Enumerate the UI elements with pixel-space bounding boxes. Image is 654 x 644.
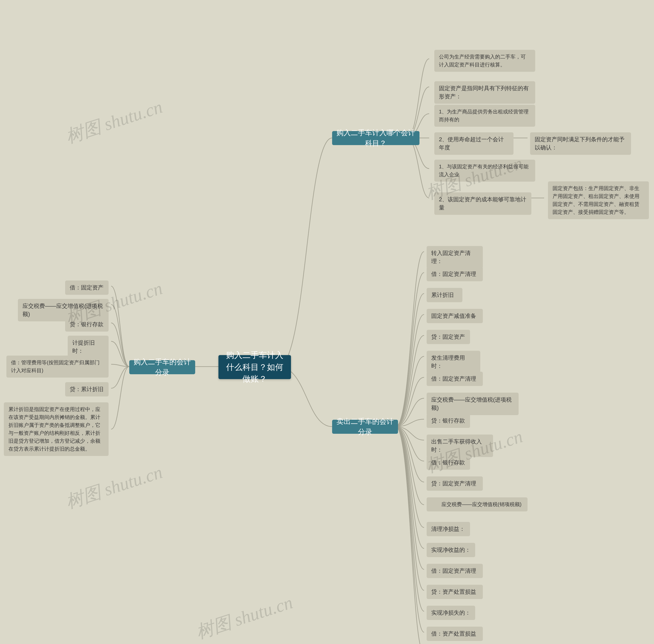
- leaf-r2-9[interactable]: 出售二手车获得收入时：: [427, 435, 493, 457]
- leaf-r2-16[interactable]: 贷：资产处置损益: [427, 585, 483, 599]
- leaf-r2-1[interactable]: 借：固定资产清理: [427, 267, 483, 281]
- leaf-text: 固定资产包括：生产用固定资产、非生产用固定资产、租出固定资产、未使用固定资产、不…: [552, 184, 644, 216]
- leaf-r1-1[interactable]: 固定资产是指同时具有下列特征的有形资产：: [434, 81, 535, 104]
- leaf-text: 固定资产同时满足下列条件的才能予以确认：: [535, 135, 626, 152]
- leaf-r2-7[interactable]: 应交税费——应交增值税(进项税额): [427, 393, 519, 415]
- leaf-r2-2[interactable]: 累计折旧: [427, 288, 463, 302]
- branch-which-account[interactable]: 购入二手车计入哪个会计科目？: [332, 131, 420, 145]
- leaf-text: 贷：固定资产清理: [431, 480, 476, 488]
- branch-label: 购入二手车计入哪个会计科目？: [336, 128, 415, 148]
- leaf-r2-5[interactable]: 发生清理费用时：: [427, 351, 480, 373]
- leaf-text: 实现净损失的：: [431, 609, 471, 617]
- leaf-r1-sub2[interactable]: 固定资产包括：生产用固定资产、非生产用固定资产、租出固定资产、未使用固定资产、不…: [548, 181, 649, 219]
- root-node[interactable]: 购入二手车计入什么科目？如何做账？: [219, 355, 291, 379]
- leaf-r1-5[interactable]: 2、该固定资产的成本能够可靠地计量: [434, 192, 532, 215]
- leaf-r1-sub1[interactable]: 固定资产同时满足下列条件的才能予以确认：: [530, 132, 631, 155]
- leaf-text: 固定资产减值准备: [431, 312, 476, 320]
- leaf-left-0[interactable]: 借：固定资产: [65, 280, 109, 295]
- leaf-text: 计提折旧时：: [72, 339, 104, 355]
- leaf-r2-17[interactable]: 实现净损失的：: [427, 606, 475, 620]
- leaf-text: 贷：资产处置损益: [431, 588, 476, 596]
- leaf-text: 应交税费——应交增值税(进项税额): [22, 302, 104, 318]
- leaf-text: 2、使用寿命超过一个会计年度: [439, 135, 509, 152]
- leaf-text: 借：固定资产清理: [431, 567, 476, 575]
- leaf-text: 转入固定资产清理：: [431, 249, 478, 266]
- leaf-r1-3[interactable]: 2、使用寿命超过一个会计年度: [434, 132, 514, 155]
- leaf-r2-6[interactable]: 借：固定资产清理: [427, 372, 483, 386]
- branch-purchase-entries[interactable]: 购入二手车的会计分录: [129, 360, 195, 374]
- leaf-text: 发生清理费用时：: [431, 354, 476, 370]
- leaf-r2-18[interactable]: 借：资产处置损益: [427, 627, 483, 641]
- leaf-text: 累计折旧是指固定资产在使用过程中，应在该资产受益期间内所摊销的金额。累计折旧账户…: [8, 406, 104, 453]
- leaf-r2-8[interactable]: 贷：银行存款: [427, 414, 470, 428]
- leaf-r2-13[interactable]: 清理净损益：: [427, 522, 470, 536]
- leaf-text: 公司为生产经营需要购入的二手车，可计入固定资产科目进行核算。: [439, 53, 531, 69]
- root-title: 购入二手车计入什么科目？如何做账？: [223, 349, 287, 385]
- leaf-left-5[interactable]: 贷：累计折旧: [65, 382, 109, 396]
- leaf-r2-3[interactable]: 固定资产减值准备: [427, 309, 483, 323]
- leaf-left-3[interactable]: 计提折旧时：: [68, 336, 109, 358]
- leaf-left-4[interactable]: 借：管理费用等(按照固定资产归属部门计入对应科目): [6, 355, 109, 377]
- branch-label: 卖出二手车的会计分录: [336, 416, 394, 437]
- leaf-text: 贷：累计折旧: [70, 385, 104, 393]
- leaf-text: 贷：银行存款: [70, 320, 104, 328]
- leaf-r1-2[interactable]: 1、为生产商品提供劳务出租或经营管理而持有的: [434, 105, 535, 127]
- leaf-text: 借：固定资产清理: [431, 270, 476, 278]
- watermark: 树图 shutu.cn: [63, 95, 165, 149]
- leaf-text: 清理净损益：: [431, 525, 465, 533]
- leaf-r2-4[interactable]: 贷：固定资产: [427, 330, 470, 344]
- leaf-r2-15[interactable]: 借：固定资产清理: [427, 564, 483, 578]
- leaf-left-6[interactable]: 累计折旧是指固定资产在使用过程中，应在该资产受益期间内所摊销的金额。累计折旧账户…: [4, 402, 109, 456]
- branch-label: 购入二手车的会计分录: [133, 357, 191, 377]
- branch-sell-entries[interactable]: 卖出二手车的会计分录: [332, 420, 398, 434]
- leaf-r1-0[interactable]: 公司为生产经营需要购入的二手车，可计入固定资产科目进行核算。: [434, 50, 535, 72]
- watermark: 树图 shutu.cn: [193, 591, 296, 644]
- leaf-r2-14[interactable]: 实现净收益的：: [427, 543, 475, 557]
- leaf-text: 2、该固定资产的成本能够可靠地计量: [439, 196, 527, 212]
- leaf-r2-12[interactable]: 应交税费——应交增值税(销项税额): [427, 497, 527, 511]
- watermark: 树图 shutu.cn: [63, 460, 165, 514]
- leaf-text: 1、与该固定资产有关的经济利益很可能流入企业: [439, 163, 531, 179]
- leaf-text: 借：固定资产: [70, 283, 104, 292]
- leaf-text: 1、为生产商品提供劳务出租或经营管理而持有的: [439, 108, 531, 124]
- leaf-left-2[interactable]: 贷：银行存款: [65, 317, 109, 331]
- leaf-text: 借：资产处置损益: [431, 630, 476, 638]
- leaf-text: 固定资产是指同时具有下列特征的有形资产：: [439, 84, 531, 101]
- leaf-text: 借：银行存款: [431, 459, 465, 467]
- leaf-r2-0[interactable]: 转入固定资产清理：: [427, 246, 483, 269]
- leaf-text: 实现净收益的：: [431, 546, 471, 554]
- leaf-text: 借：固定资产清理: [431, 375, 476, 383]
- leaf-text: 应交税费——应交增值税(销项税额): [431, 501, 521, 508]
- leaf-r2-10[interactable]: 借：银行存款: [427, 456, 470, 470]
- leaf-text: 贷：银行存款: [431, 417, 465, 425]
- leaf-text: 应交税费——应交增值税(进项税额): [431, 396, 514, 412]
- leaf-text: 贷：固定资产: [431, 333, 465, 341]
- leaf-text: 借：管理费用等(按照固定资产归属部门计入对应科目): [11, 359, 104, 374]
- leaf-r1-4[interactable]: 1、与该固定资产有关的经济利益很可能流入企业: [434, 160, 535, 182]
- leaf-text: 累计折旧: [431, 291, 454, 299]
- leaf-r2-11[interactable]: 贷：固定资产清理: [427, 477, 483, 491]
- leaf-text: 出售二手车获得收入时：: [431, 438, 489, 454]
